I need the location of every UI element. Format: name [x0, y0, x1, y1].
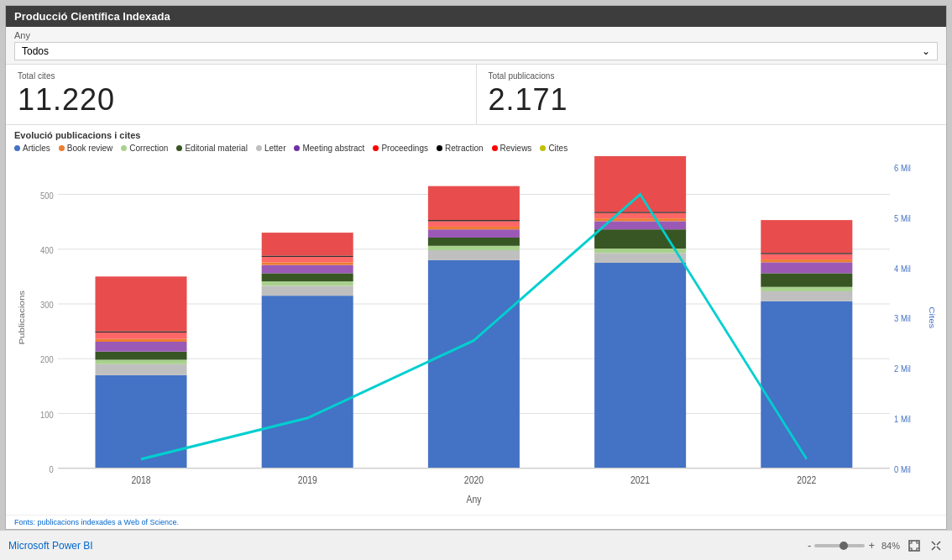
legend-label-articles: Articles: [23, 144, 50, 153]
y-axis-right-tick: 5 Mil: [894, 213, 911, 223]
bar-segment-2019-proceedings[interactable]: [262, 257, 353, 263]
bar-segment-2018-correction[interactable]: [95, 360, 186, 364]
bar-segment-2021-retraction[interactable]: [594, 212, 686, 212]
bar-segment-2020-articles[interactable]: [428, 260, 520, 468]
legend-dot-cites: [540, 145, 546, 151]
bar-segment-2018-proceedings[interactable]: [95, 332, 186, 339]
total-publicacions-label: Total publicacions: [489, 71, 935, 81]
y-axis-right-label: Cites: [928, 306, 936, 328]
bar-segment-2018-editorial[interactable]: [95, 352, 186, 360]
legend-item-retraction: Retraction: [437, 144, 484, 153]
legend-item-editorial: Editorial material: [176, 144, 247, 153]
bar-segment-2022-retraction[interactable]: [761, 253, 852, 254]
legend-item-meeting_abstract: Meeting abstract: [294, 144, 364, 153]
bar-segment-2019-correction[interactable]: [262, 281, 353, 285]
fullscreen-icon[interactable]: [907, 538, 922, 553]
bar-segment-2019-reviews[interactable]: [262, 233, 353, 255]
legend-dot-book_review: [59, 145, 65, 151]
total-cites-value: 11.220: [18, 82, 464, 118]
bar-segment-2021-letter[interactable]: [594, 253, 686, 263]
bar-segment-2020-reviews[interactable]: [428, 186, 520, 220]
footer-note: Fonts: publicacions indexades a Web of S…: [6, 515, 946, 529]
bar-segment-2020-proceedings[interactable]: [428, 221, 520, 227]
legend-item-articles: Articles: [14, 144, 50, 153]
bottom-bar: Microsoft Power BI - + 84%: [0, 530, 952, 560]
bar-segment-2021-articles[interactable]: [594, 263, 686, 468]
bar-segment-2022-book_review[interactable]: [761, 259, 852, 262]
bar-segment-2018-meeting_abstract[interactable]: [95, 342, 186, 352]
filter-value: Todos: [22, 45, 49, 57]
report-header: Producció Científica Indexada: [6, 6, 946, 27]
bar-segment-2018-articles[interactable]: [95, 375, 186, 468]
zoom-plus-button[interactable]: +: [868, 539, 875, 552]
legend-label-retraction: Retraction: [445, 144, 484, 153]
legend-item-book_review: Book review: [59, 144, 112, 153]
zoom-controls: - + 84%: [808, 539, 900, 552]
bar-segment-2020-correction[interactable]: [428, 246, 520, 250]
bottom-right-controls: - + 84%: [808, 538, 944, 553]
powerbi-link[interactable]: Microsoft Power BI: [8, 540, 93, 552]
legend-dot-correction: [121, 145, 127, 151]
legend-item-letter: Letter: [256, 144, 286, 153]
bar-segment-2019-articles[interactable]: [262, 296, 353, 468]
bar-segment-2021-proceedings[interactable]: [594, 213, 686, 219]
bar-segment-2020-editorial[interactable]: [428, 238, 520, 246]
legend-dot-editorial: [176, 145, 182, 151]
bar-segment-2022-meeting_abstract[interactable]: [761, 262, 852, 273]
expand-icon[interactable]: [928, 538, 944, 553]
bar-segment-2019-letter[interactable]: [262, 285, 353, 296]
x-axis-label: 2018: [131, 474, 150, 485]
legend-label-book_review: Book review: [67, 144, 112, 153]
chart-area: 01002003004005000 Mil1 Mil2 Mil3 Mil4 Mi…: [14, 156, 938, 511]
bar-segment-2022-reviews[interactable]: [761, 220, 852, 253]
total-publicacions-value: 2.171: [489, 82, 935, 118]
filter-dropdown[interactable]: Todos ⌄: [14, 42, 938, 60]
y-axis-right-tick: 3 Mil: [894, 314, 911, 324]
legend-dot-articles: [14, 145, 20, 151]
bar-segment-2022-articles[interactable]: [761, 301, 852, 468]
bar-segment-2019-book_review[interactable]: [262, 262, 353, 264]
legend-dot-meeting_abstract: [294, 145, 300, 151]
filter-section: Any Todos ⌄: [6, 27, 946, 65]
bar-segment-2022-editorial[interactable]: [761, 273, 852, 286]
zoom-slider[interactable]: [814, 544, 865, 547]
x-axis-label: 2019: [298, 474, 317, 485]
legend-item-cites: Cites: [540, 144, 568, 153]
bar-segment-2018-retraction[interactable]: [95, 332, 186, 332]
y-axis-right-tick: 1 Mil: [894, 414, 911, 424]
bar-segment-2019-retraction[interactable]: [262, 256, 353, 257]
chart-svg: 01002003004005000 Mil1 Mil2 Mil3 Mil4 Mi…: [14, 156, 938, 511]
y-axis-left-tick: 200: [40, 354, 54, 364]
total-publicacions-cell: Total publicacions 2.171: [477, 65, 947, 124]
bar-segment-2018-book_review[interactable]: [95, 339, 186, 342]
bar-segment-2022-letter[interactable]: [761, 291, 852, 301]
bar-segment-2021-book_review[interactable]: [594, 218, 686, 221]
legend-label-meeting_abstract: Meeting abstract: [302, 144, 364, 153]
legend-label-cites: Cites: [548, 144, 568, 153]
x-axis-label: 2020: [464, 474, 484, 485]
y-axis-left-tick: 0: [49, 464, 53, 474]
y-axis-left-tick: 400: [40, 245, 54, 255]
legend-dot-reviews: [492, 145, 498, 151]
bar-segment-2018-letter[interactable]: [95, 364, 186, 375]
bar-segment-2020-letter[interactable]: [428, 250, 520, 260]
legend-label-correction: Correction: [129, 144, 168, 153]
chart-section: Evolució publicacions i cites ArticlesBo…: [6, 125, 946, 515]
y-axis-left-tick: 100: [40, 410, 54, 420]
bar-segment-2022-correction[interactable]: [761, 287, 852, 291]
bar-segment-2022-proceedings[interactable]: [761, 254, 852, 260]
zoom-minus-button[interactable]: -: [808, 539, 811, 552]
bar-segment-2019-meeting_abstract[interactable]: [262, 265, 353, 274]
legend-dot-letter: [256, 145, 262, 151]
bar-segment-2019-editorial[interactable]: [262, 273, 353, 281]
y-axis-right-tick: 6 Mil: [894, 163, 911, 173]
bar-segment-2020-retraction[interactable]: [428, 220, 520, 221]
bar-segment-2021-correction[interactable]: [594, 249, 686, 253]
legend-label-letter: Letter: [264, 144, 286, 153]
bar-segment-2018-reviews[interactable]: [95, 276, 186, 331]
bar-segment-2020-meeting_abstract[interactable]: [428, 229, 520, 238]
bar-segment-2021-reviews[interactable]: [594, 156, 686, 212]
x-axis-label: 2021: [630, 474, 650, 485]
chart-title: Evolució publicacions i cites: [14, 130, 938, 140]
bar-segment-2020-book_review[interactable]: [428, 227, 520, 229]
